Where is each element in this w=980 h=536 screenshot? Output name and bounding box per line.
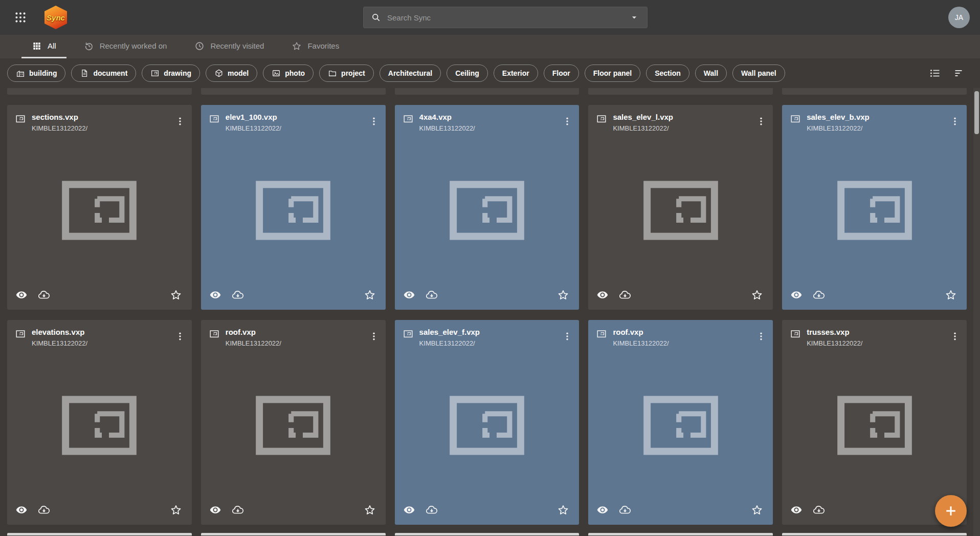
card-menu-button[interactable] [171,328,189,345]
download-button[interactable] [425,288,438,302]
favorite-button[interactable] [363,503,376,517]
filter-chip-drawing[interactable]: drawing [142,65,200,82]
card-footer [782,288,967,310]
filter-chip-ceiling[interactable]: Ceiling [447,65,488,82]
favorite-button[interactable] [556,288,570,302]
download-button[interactable] [812,288,826,302]
preview-button[interactable] [790,503,803,517]
preview-button[interactable] [209,288,222,302]
favorite-button[interactable] [169,288,183,302]
card-footer [201,288,386,310]
card-menu-button[interactable] [559,328,576,345]
scrollbar[interactable] [973,88,980,536]
preview-button[interactable] [403,288,416,302]
card-menu-button[interactable] [752,328,770,345]
card-menu-button[interactable] [559,113,576,130]
download-button[interactable] [425,503,438,517]
download-button[interactable] [618,288,632,302]
add-button[interactable] [935,495,967,527]
favorite-button[interactable] [363,288,376,302]
avatar[interactable]: JA [948,7,970,28]
filter-chip-photo[interactable]: photo [263,65,314,82]
download-button[interactable] [37,503,51,517]
filter-chip-architectural[interactable]: Architectural [380,65,441,82]
preview-button[interactable] [596,503,609,517]
file-card[interactable]: sales_elev_f.vxp KIMBLE13122022/ [395,320,580,525]
favorite-button[interactable] [944,288,957,302]
file-card[interactable]: sections.vxp KIMBLE13122022/ [7,105,192,310]
filter-chip-wall-panel[interactable]: Wall panel [732,65,785,82]
card-menu-button[interactable] [365,113,383,130]
drawing-file-icon [790,113,801,124]
download-button[interactable] [231,288,244,302]
card-menu-button[interactable] [171,113,189,130]
history-icon [84,41,94,51]
apps-grid-icon[interactable] [10,7,31,28]
card-menu-button[interactable] [752,113,770,130]
card-menu-button[interactable] [946,113,964,130]
file-card[interactable]: roof.vxp KIMBLE13122022/ [588,320,773,525]
preview-button[interactable] [15,503,28,517]
file-name: sales_elev_l.vxp [613,113,747,121]
file-card[interactable]: 4xa4.vxp KIMBLE13122022/ [395,105,580,310]
filter-chip-building[interactable]: building [7,65,65,82]
view-controls [928,66,967,80]
download-button[interactable] [37,288,51,302]
file-card-partial[interactable] [201,88,386,95]
download-button[interactable] [618,503,632,517]
file-card[interactable]: elevations.vxp KIMBLE13122022/ [7,320,192,525]
file-card-partial[interactable] [7,533,192,535]
file-card[interactable]: sales_elev_l.vxp KIMBLE13122022/ [588,105,773,310]
grid-view-icon [32,41,42,51]
preview-button[interactable] [209,503,222,517]
search-dropdown-caret-icon[interactable] [626,9,643,26]
filter-chip-floor[interactable]: Floor [544,65,579,82]
filter-chip-model[interactable]: model [206,65,257,82]
preview-button[interactable] [403,503,416,517]
download-button[interactable] [812,503,826,517]
filter-chip-document[interactable]: document [71,65,136,82]
file-card-partial[interactable] [395,88,580,95]
model-icon [214,69,224,78]
tab-recently-visited[interactable]: Recently visited [184,35,274,58]
preview-button[interactable] [790,288,803,302]
file-card[interactable]: roof.vxp KIMBLE13122022/ [201,320,386,525]
file-card-partial[interactable] [7,88,192,95]
scrollbar-thumb[interactable] [974,91,979,134]
sort-icon[interactable] [952,66,967,80]
file-card-partial[interactable] [782,88,967,95]
drawing-file-icon [790,328,801,339]
file-card[interactable]: sales_elev_b.vxp KIMBLE13122022/ [782,105,967,310]
filter-chip-floor-panel[interactable]: Floor panel [585,65,640,82]
filter-chip-section[interactable]: Section [646,65,689,82]
search-box[interactable] [363,7,648,28]
file-card-partial[interactable] [201,533,386,535]
tab-favorites[interactable]: Favorites [281,35,349,58]
file-card-partial[interactable] [588,88,773,95]
tab-recently-worked-on[interactable]: Recently worked on [74,35,177,58]
eye-icon [790,504,803,516]
sync-logo[interactable]: Sync [43,6,69,29]
card-footer [588,288,773,310]
file-card[interactable]: elev1_100.vxp KIMBLE13122022/ [201,105,386,310]
file-card-partial[interactable] [588,533,773,535]
card-menu-button[interactable] [365,328,383,345]
preview-button[interactable] [15,288,28,302]
card-menu-button[interactable] [946,328,964,345]
search-input[interactable] [387,13,626,22]
favorite-button[interactable] [169,503,183,517]
filter-chip-exterior[interactable]: Exterior [494,65,538,82]
file-card-partial[interactable] [395,533,580,535]
list-view-icon[interactable] [928,66,942,80]
tab-all[interactable]: All [21,35,66,58]
file-card[interactable]: trusses.vxp KIMBLE13122022/ [782,320,967,525]
eye-icon [209,504,221,516]
filter-chip-project[interactable]: project [319,65,374,82]
download-button[interactable] [231,503,244,517]
filter-chip-wall[interactable]: Wall [695,65,727,82]
favorite-button[interactable] [750,288,764,302]
favorite-button[interactable] [556,503,570,517]
file-card-partial[interactable] [782,533,967,535]
preview-button[interactable] [596,288,609,302]
favorite-button[interactable] [750,503,764,517]
